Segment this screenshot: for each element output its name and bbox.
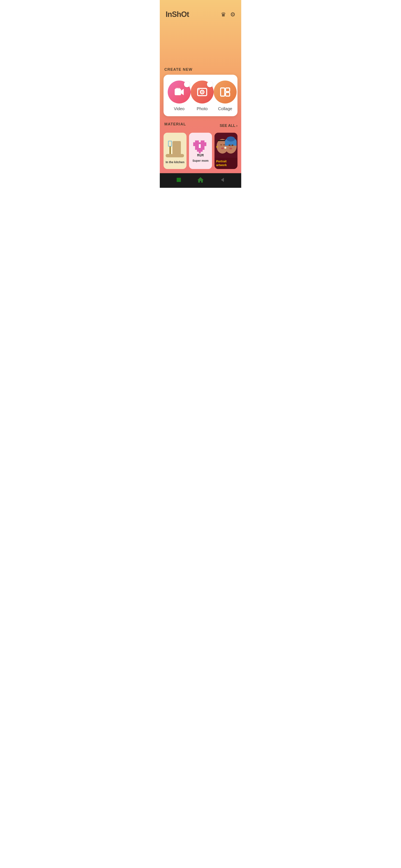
- svg-rect-26: [197, 144, 199, 146]
- create-card: Video: [164, 75, 237, 116]
- svg-marker-62: [197, 177, 204, 183]
- video-icon: [174, 87, 184, 97]
- svg-rect-18: [195, 142, 197, 144]
- svg-rect-44: [199, 152, 201, 153]
- collage-icon: [220, 87, 231, 97]
- collage-circle: [214, 81, 237, 103]
- bottom-nav: [160, 173, 241, 188]
- video-circle: [168, 81, 191, 103]
- photo-circle: [191, 81, 214, 103]
- svg-rect-7: [226, 88, 230, 92]
- supermom-card-inner: MUM Super mom: [189, 133, 212, 169]
- header: InShOt: [160, 0, 241, 23]
- svg-rect-17: [193, 142, 195, 144]
- see-all-button[interactable]: SEE ALL: [220, 124, 237, 128]
- portrait-label: Portrait artwork: [216, 160, 227, 167]
- svg-point-60: [224, 147, 226, 149]
- create-new-section: CREATE NEW: [160, 67, 241, 116]
- svg-point-56: [228, 145, 231, 146]
- svg-rect-30: [204, 144, 206, 146]
- svg-point-57: [231, 145, 233, 146]
- portrait-card-inner: Portrait artwork: [214, 133, 237, 169]
- svg-rect-20: [199, 142, 201, 144]
- material-card-kitchen[interactable]: In the kitchen: [164, 133, 187, 169]
- svg-rect-15: [201, 141, 203, 142]
- kitchen-card-inner: In the kitchen: [164, 133, 187, 169]
- svg-rect-9: [168, 141, 172, 146]
- create-video-item[interactable]: Video: [168, 81, 191, 111]
- svg-rect-22: [203, 142, 204, 144]
- svg-point-49: [223, 144, 225, 146]
- svg-rect-54: [225, 142, 237, 146]
- svg-rect-14: [197, 141, 199, 142]
- material-grid: In the kitchen: [164, 133, 237, 169]
- svg-rect-8: [226, 92, 230, 96]
- stop-icon: [176, 177, 182, 183]
- svg-rect-16: [203, 141, 204, 142]
- header-icons: [221, 11, 235, 18]
- stop-nav-button[interactable]: [176, 177, 182, 184]
- svg-rect-42: [199, 150, 201, 152]
- kitchen-illustration: [165, 139, 185, 159]
- svg-point-59: [229, 148, 232, 149]
- app-logo: InShOt: [166, 10, 189, 19]
- mum-text: MUM: [197, 153, 204, 157]
- see-all-label: SEE ALL: [220, 124, 235, 128]
- chevron-right-icon: [236, 124, 237, 128]
- supermom-label: Super mom: [192, 159, 208, 162]
- svg-point-55: [227, 136, 235, 142]
- create-collage-item[interactable]: Collage: [214, 81, 237, 111]
- svg-rect-37: [197, 148, 199, 150]
- video-lock-badge: [184, 82, 190, 87]
- back-nav-button[interactable]: [219, 177, 225, 184]
- svg-rect-11: [173, 141, 181, 155]
- home-icon: [197, 176, 204, 183]
- svg-rect-13: [195, 141, 197, 142]
- svg-rect-12: [166, 154, 184, 157]
- kitchen-label: In the kitchen: [166, 160, 184, 164]
- video-label: Video: [174, 106, 184, 111]
- create-new-title: CREATE NEW: [164, 67, 237, 72]
- crown-icon[interactable]: [221, 11, 226, 18]
- svg-rect-34: [201, 146, 203, 148]
- svg-rect-31: [195, 146, 197, 148]
- back-icon: [219, 177, 225, 183]
- gear-icon[interactable]: [230, 11, 235, 18]
- svg-point-5: [202, 91, 203, 93]
- portrait-illustration: [214, 133, 237, 158]
- material-title: MATERIAL: [164, 122, 186, 126]
- svg-rect-39: [201, 148, 203, 150]
- svg-rect-24: [193, 144, 195, 146]
- svg-rect-25: [195, 144, 197, 146]
- svg-rect-19: [197, 142, 199, 144]
- home-nav-button[interactable]: [197, 176, 204, 185]
- svg-rect-6: [221, 88, 225, 96]
- pixel-heart-icon: [193, 141, 208, 153]
- svg-rect-35: [203, 146, 204, 148]
- svg-point-48: [220, 144, 222, 146]
- svg-rect-40: [203, 148, 204, 150]
- create-photo-item[interactable]: Photo: [191, 81, 214, 111]
- svg-rect-23: [204, 142, 206, 144]
- svg-rect-2: [177, 88, 178, 90]
- svg-point-50: [221, 148, 224, 149]
- material-card-supermom[interactable]: MUM Super mom: [189, 133, 212, 169]
- photo-lock-badge: [207, 82, 213, 87]
- svg-rect-61: [177, 178, 181, 182]
- material-header: MATERIAL SEE ALL: [164, 122, 237, 129]
- svg-point-51: [216, 146, 218, 148]
- svg-rect-21: [201, 142, 203, 144]
- svg-rect-29: [203, 144, 204, 146]
- material-card-portrait[interactable]: Portrait artwork: [214, 133, 237, 169]
- app-container: InShOt CREATE NEW: [160, 0, 241, 188]
- portrait-label-container: Portrait artwork: [214, 158, 237, 169]
- svg-rect-36: [195, 148, 197, 150]
- svg-rect-38: [199, 148, 201, 150]
- svg-rect-41: [197, 150, 199, 152]
- svg-rect-33: [199, 146, 201, 148]
- svg-rect-32: [197, 146, 199, 148]
- svg-rect-27: [199, 144, 201, 146]
- svg-rect-0: [175, 89, 181, 95]
- material-section: MATERIAL SEE ALL: [160, 116, 241, 173]
- svg-point-58: [230, 146, 231, 147]
